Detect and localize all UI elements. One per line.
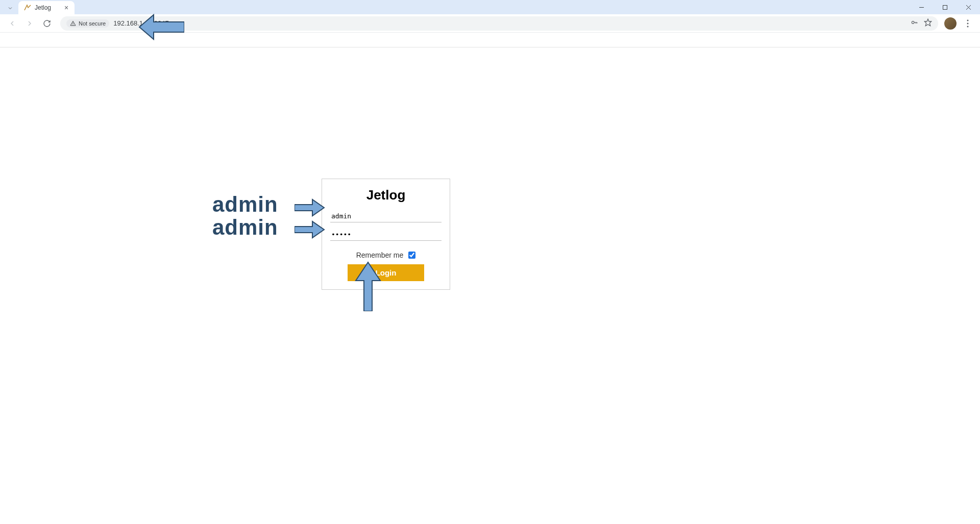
annotation-arrow-login — [354, 260, 382, 311]
login-card: Jetlog Remember me Login — [322, 179, 450, 290]
warning-icon — [70, 20, 76, 27]
browser-tab[interactable]: Jetlog × — [18, 1, 75, 14]
svg-point-11 — [967, 19, 969, 21]
back-button[interactable] — [5, 16, 19, 31]
tab-search-icon[interactable] — [4, 2, 16, 14]
tab-close-icon[interactable]: × — [64, 4, 68, 11]
security-label: Not secure — [79, 20, 106, 27]
window-close-button[interactable] — [957, 0, 980, 14]
content-divider — [0, 47, 980, 47]
annotation-label-password: admin — [212, 215, 278, 240]
browser-menu-button[interactable] — [961, 16, 975, 31]
svg-point-12 — [967, 22, 969, 24]
window-minimize-button[interactable] — [910, 0, 933, 14]
svg-rect-1 — [943, 5, 947, 9]
username-input[interactable] — [330, 210, 442, 222]
annotation-label-username: admin — [212, 192, 278, 217]
reload-button[interactable] — [40, 16, 54, 31]
svg-point-6 — [912, 21, 914, 23]
address-bar[interactable]: Not secure 192.168.1.18:3347 — [60, 16, 938, 31]
window-controls — [910, 0, 980, 14]
browser-tab-strip: Jetlog × — [0, 0, 980, 14]
svg-point-5 — [73, 24, 74, 25]
annotation-arrow-username — [295, 198, 325, 217]
tab-favicon-icon — [23, 4, 32, 12]
window-maximize-button[interactable] — [933, 0, 957, 14]
annotation-arrow-url — [138, 13, 184, 41]
profile-avatar[interactable] — [944, 17, 957, 30]
login-title: Jetlog — [330, 187, 442, 203]
svg-marker-10 — [924, 19, 931, 26]
annotation-arrow-password — [295, 220, 325, 239]
remember-me-checkbox[interactable] — [408, 252, 415, 259]
bookmark-star-icon[interactable] — [924, 18, 932, 29]
remember-me-label: Remember me — [356, 251, 404, 259]
forward-button[interactable] — [22, 16, 37, 31]
password-input[interactable] — [330, 229, 442, 241]
tab-title: Jetlog — [35, 4, 51, 11]
security-chip[interactable]: Not secure — [66, 19, 109, 28]
password-key-icon[interactable] — [910, 19, 919, 28]
svg-point-13 — [967, 26, 969, 27]
